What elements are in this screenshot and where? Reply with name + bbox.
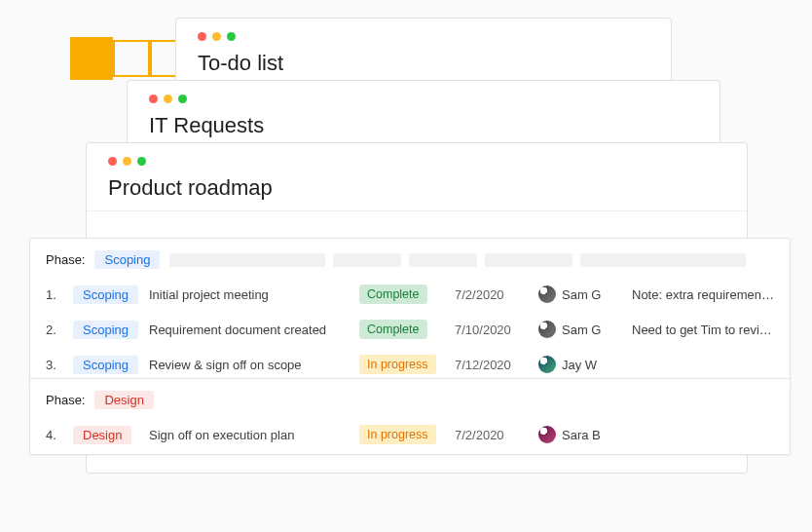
minimize-icon[interactable] (123, 157, 131, 166)
window-title: IT Requests (149, 113, 698, 138)
task-date[interactable]: 7/12/2020 (455, 358, 523, 372)
assignee-name: Sam G (562, 323, 601, 337)
avatar-icon (538, 356, 556, 373)
avatar-icon (538, 285, 556, 303)
task-note[interactable]: Need to get Tim to review (632, 323, 774, 337)
phase-label: Phase: (46, 252, 85, 267)
task-name[interactable]: Sign off on execution plan (149, 428, 344, 442)
window-controls[interactable] (198, 32, 649, 41)
phase-chip[interactable]: Design (73, 426, 131, 444)
close-icon[interactable] (149, 95, 158, 103)
status-pill[interactable]: In progress (359, 425, 436, 444)
row-number: 4. (46, 428, 57, 442)
window-title: To-do list (198, 51, 649, 76)
task-assignee[interactable]: Sara B (538, 426, 616, 443)
phase-chip[interactable]: Scoping (73, 285, 138, 304)
window-title: Product roadmap (108, 175, 725, 201)
assignee-name: Sara B (562, 428, 601, 442)
section-scoping: Phase: Scoping 1. Scoping Initial projec… (29, 238, 791, 385)
phase-chip[interactable]: Scoping (73, 356, 138, 374)
avatar-icon (538, 426, 556, 443)
status-pill[interactable]: Complete (359, 320, 427, 339)
phase-chip[interactable]: Scoping (73, 321, 138, 339)
decoration-yellow (70, 37, 187, 80)
maximize-icon[interactable] (178, 95, 187, 103)
phase-label: Phase: (46, 393, 85, 407)
phase-chip-scoping[interactable]: Scoping (94, 250, 160, 269)
phase-chip-design[interactable]: Design (94, 391, 153, 409)
window-controls[interactable] (108, 157, 725, 166)
close-icon[interactable] (198, 32, 206, 41)
section-header: Phase: Design (30, 385, 790, 417)
row-number: 3. (46, 358, 57, 372)
minimize-icon[interactable] (164, 95, 172, 103)
table-row[interactable]: 3. Scoping Review & sign off on scope In… (30, 347, 790, 382)
table-row[interactable]: 4. Design Sign off on execution plan In … (30, 417, 790, 452)
table-row[interactable]: 1. Scoping Initial project meeting Compl… (30, 277, 790, 312)
task-name[interactable]: Requirement document created (149, 323, 344, 337)
task-assignee[interactable]: Sam G (538, 285, 616, 303)
row-number: 2. (46, 323, 57, 337)
assignee-name: Sam G (562, 287, 601, 302)
task-date[interactable]: 7/2/2020 (455, 287, 523, 302)
task-assignee[interactable]: Sam G (538, 321, 616, 338)
section-design: Phase: Design 4. Design Sign off on exec… (29, 378, 791, 455)
window-controls[interactable] (149, 95, 698, 103)
section-header: Phase: Scoping (30, 245, 790, 277)
toolbar-placeholder (87, 211, 747, 241)
task-name[interactable]: Review & sign off on scope (149, 358, 344, 372)
maximize-icon[interactable] (227, 32, 236, 41)
column-headers-placeholder (169, 253, 774, 267)
row-number: 1. (46, 287, 57, 302)
task-date[interactable]: 7/10/2020 (455, 323, 523, 337)
task-date[interactable]: 7/2/2020 (455, 428, 523, 442)
task-note[interactable]: Note: extra requirement to… (632, 287, 774, 302)
avatar-icon (538, 321, 556, 338)
task-assignee[interactable]: Jay W (538, 356, 616, 373)
close-icon[interactable] (108, 157, 117, 166)
table-row[interactable]: 2. Scoping Requirement document created … (30, 312, 790, 347)
minimize-icon[interactable] (212, 32, 221, 41)
status-pill[interactable]: In progress (359, 355, 436, 374)
task-name[interactable]: Initial project meeting (149, 287, 344, 302)
assignee-name: Jay W (562, 358, 597, 372)
maximize-icon[interactable] (137, 157, 146, 166)
status-pill[interactable]: Complete (359, 285, 427, 304)
